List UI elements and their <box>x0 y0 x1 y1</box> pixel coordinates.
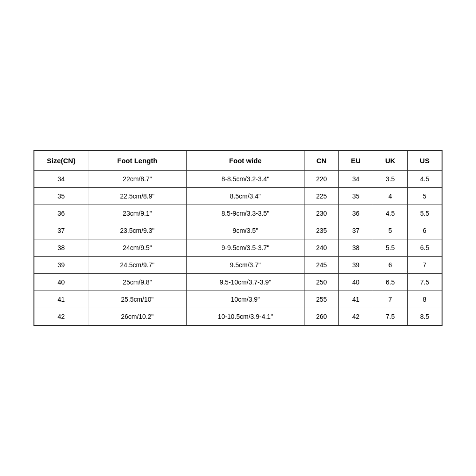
table-cell: 4.5 <box>407 171 442 188</box>
table-row: 3824cm/9.5"9-9.5cm/3.5-3.7"240385.56.5 <box>34 239 442 257</box>
table-cell: 7.5 <box>373 308 408 325</box>
table-cell: 35 <box>339 188 373 205</box>
table-cell: 225 <box>304 188 339 205</box>
header-foot-length: Foot Length <box>88 151 186 171</box>
table-cell: 6 <box>373 257 408 274</box>
table-cell: 37 <box>339 222 373 239</box>
table-cell: 4 <box>373 188 408 205</box>
table-cell: 10-10.5cm/3.9-4.1" <box>186 308 304 325</box>
table-cell: 240 <box>304 239 339 257</box>
table-row: 4226cm/10.2"10-10.5cm/3.9-4.1"260427.58.… <box>34 308 442 325</box>
table-cell: 7 <box>407 257 442 274</box>
header-cn: CN <box>304 151 339 171</box>
table-cell: 23cm/9.1" <box>88 205 186 222</box>
table-cell: 37 <box>34 222 88 239</box>
table-cell: 7 <box>373 291 408 308</box>
table-cell: 5.5 <box>373 239 408 257</box>
size-chart-table: Size(CN) Foot Length Foot wide CN EU UK … <box>34 151 442 325</box>
table-cell: 42 <box>34 308 88 325</box>
table-cell: 39 <box>34 257 88 274</box>
table-cell: 40 <box>34 274 88 291</box>
table-cell: 8.5cm/3.4" <box>186 188 304 205</box>
header-eu: EU <box>339 151 373 171</box>
table-cell: 10cm/3.9" <box>186 291 304 308</box>
table-cell: 7.5 <box>407 274 442 291</box>
table-cell: 220 <box>304 171 339 188</box>
table-cell: 23.5cm/9.3" <box>88 222 186 239</box>
table-cell: 8 <box>407 291 442 308</box>
table-cell: 5.5 <box>407 205 442 222</box>
table-cell: 9cm/3.5" <box>186 222 304 239</box>
table-cell: 22.5cm/8.9" <box>88 188 186 205</box>
table-cell: 5 <box>407 188 442 205</box>
table-cell: 245 <box>304 257 339 274</box>
table-cell: 39 <box>339 257 373 274</box>
table-cell: 38 <box>34 239 88 257</box>
table-header-row: Size(CN) Foot Length Foot wide CN EU UK … <box>34 151 442 171</box>
table-cell: 6 <box>407 222 442 239</box>
table-cell: 6.5 <box>407 239 442 257</box>
table-row: 3422cm/8.7"8-8.5cm/3.2-3.4"220343.54.5 <box>34 171 442 188</box>
table-cell: 6.5 <box>373 274 408 291</box>
table-cell: 26cm/10.2" <box>88 308 186 325</box>
table-cell: 5 <box>373 222 408 239</box>
table-cell: 41 <box>339 291 373 308</box>
table-cell: 235 <box>304 222 339 239</box>
size-chart-container: Size(CN) Foot Length Foot wide CN EU UK … <box>33 150 443 326</box>
table-cell: 40 <box>339 274 373 291</box>
table-cell: 36 <box>339 205 373 222</box>
table-cell: 25.5cm/10" <box>88 291 186 308</box>
table-cell: 8-8.5cm/3.2-3.4" <box>186 171 304 188</box>
table-cell: 9-9.5cm/3.5-3.7" <box>186 239 304 257</box>
table-row: 3522.5cm/8.9"8.5cm/3.4"2253545 <box>34 188 442 205</box>
table-cell: 8.5 <box>407 308 442 325</box>
table-row: 4125.5cm/10"10cm/3.9"2554178 <box>34 291 442 308</box>
table-cell: 34 <box>339 171 373 188</box>
table-cell: 25cm/9.8" <box>88 274 186 291</box>
table-cell: 35 <box>34 188 88 205</box>
table-cell: 42 <box>339 308 373 325</box>
table-cell: 255 <box>304 291 339 308</box>
table-cell: 22cm/8.7" <box>88 171 186 188</box>
table-row: 3924.5cm/9.7"9.5cm/3.7"2453967 <box>34 257 442 274</box>
header-us: US <box>407 151 442 171</box>
table-cell: 41 <box>34 291 88 308</box>
table-cell: 36 <box>34 205 88 222</box>
table-cell: 24.5cm/9.7" <box>88 257 186 274</box>
table-row: 3623cm/9.1"8.5-9cm/3.3-3.5"230364.55.5 <box>34 205 442 222</box>
table-cell: 34 <box>34 171 88 188</box>
header-uk: UK <box>373 151 408 171</box>
table-cell: 24cm/9.5" <box>88 239 186 257</box>
table-cell: 250 <box>304 274 339 291</box>
table-cell: 9.5-10cm/3.7-3.9" <box>186 274 304 291</box>
table-cell: 38 <box>339 239 373 257</box>
header-size-cn: Size(CN) <box>34 151 88 171</box>
table-cell: 9.5cm/3.7" <box>186 257 304 274</box>
table-row: 3723.5cm/9.3"9cm/3.5"2353756 <box>34 222 442 239</box>
table-body: 3422cm/8.7"8-8.5cm/3.2-3.4"220343.54.535… <box>34 171 442 325</box>
table-cell: 3.5 <box>373 171 408 188</box>
table-cell: 4.5 <box>373 205 408 222</box>
table-cell: 260 <box>304 308 339 325</box>
header-foot-wide: Foot wide <box>186 151 304 171</box>
table-row: 4025cm/9.8"9.5-10cm/3.7-3.9"250406.57.5 <box>34 274 442 291</box>
table-cell: 230 <box>304 205 339 222</box>
table-cell: 8.5-9cm/3.3-3.5" <box>186 205 304 222</box>
